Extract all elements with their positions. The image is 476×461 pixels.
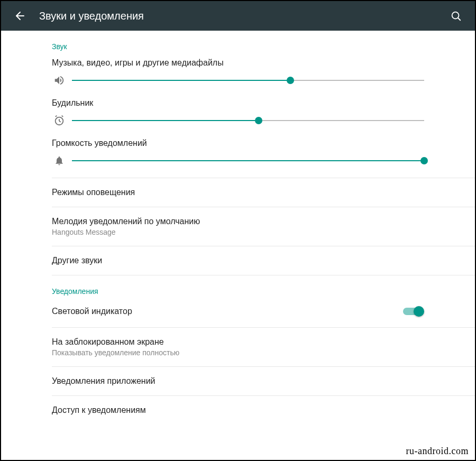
row-other-sounds-label: Другие звуки — [52, 256, 424, 265]
search-icon — [450, 10, 462, 22]
section-header-notifications: Уведомления — [1, 275, 475, 300]
volume-up-icon — [52, 75, 67, 86]
slider-notification: Громкость уведомлений — [1, 135, 475, 178]
slider-alarm-track[interactable] — [72, 114, 424, 127]
back-button[interactable] — [10, 5, 31, 26]
slider-alarm: Будильник — [1, 95, 475, 135]
page-title: Звуки и уведомления — [39, 10, 445, 22]
svg-line-7 — [62, 116, 63, 117]
row-lock-screen[interactable]: На заблокированном экране Показывать уве… — [1, 328, 475, 366]
row-pulse-light[interactable]: Световой индикатор — [1, 300, 475, 327]
svg-line-6 — [56, 116, 57, 117]
row-lock-screen-value: Показывать уведомление полностью — [52, 348, 424, 357]
svg-line-5 — [59, 121, 61, 122]
search-button[interactable] — [445, 5, 466, 26]
app-bar: Звуки и уведомления — [1, 1, 475, 31]
row-interruptions-label: Режимы оповещения — [52, 188, 424, 197]
row-notification-access[interactable]: Доступ к уведомлениям — [1, 396, 475, 419]
alarm-icon — [52, 115, 67, 126]
row-default-ringtone-value: Hangouts Message — [52, 228, 424, 236]
row-pulse-light-label: Световой индикатор — [52, 307, 132, 316]
slider-media: Музыка, видео, игры и другие медиафайлы — [1, 55, 475, 95]
pulse-light-switch[interactable] — [403, 305, 424, 318]
watermark: ru-android.com — [406, 446, 469, 457]
svg-line-2 — [458, 18, 460, 20]
slider-notification-label: Громкость уведомлений — [52, 139, 424, 154]
row-lock-screen-label: На заблокированном экране — [52, 337, 424, 347]
row-default-ringtone-label: Мелодия уведомлений по умолчанию — [52, 217, 424, 226]
arrow-back-icon — [14, 10, 26, 22]
slider-alarm-label: Будильник — [52, 98, 424, 114]
row-other-sounds[interactable]: Другие звуки — [1, 246, 475, 275]
svg-point-1 — [452, 12, 459, 19]
row-default-ringtone[interactable]: Мелодия уведомлений по умолчанию Hangout… — [1, 207, 475, 246]
row-app-notifications[interactable]: Уведомления приложений — [1, 367, 475, 395]
row-notification-access-label: Доступ к уведомлениям — [52, 405, 424, 415]
slider-notification-track[interactable] — [72, 154, 424, 167]
bell-icon — [52, 155, 67, 166]
row-app-notifications-label: Уведомления приложений — [52, 376, 424, 386]
section-header-sound: Звук — [1, 31, 475, 55]
slider-media-label: Музыка, видео, игры и другие медиафайлы — [52, 58, 424, 74]
row-interruptions[interactable]: Режимы оповещения — [1, 178, 475, 207]
slider-media-track[interactable] — [72, 74, 424, 87]
